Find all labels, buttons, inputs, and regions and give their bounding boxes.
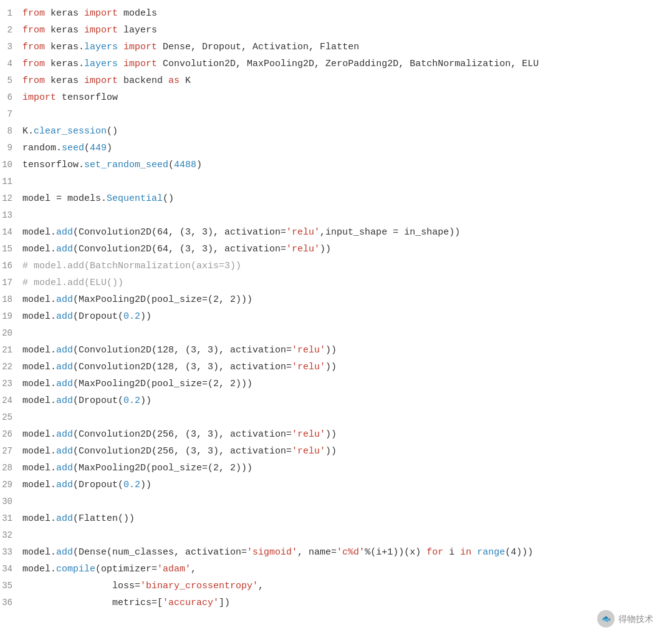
token-plain: model.	[22, 547, 56, 558]
code-text: model.compile(optimizer='adam',	[22, 561, 196, 578]
token-plain: metrics=[	[22, 598, 163, 608]
line-number: 14	[0, 224, 22, 241]
token-plain: (Dense(num_classes, activation=	[73, 547, 247, 558]
code-text: # model.add(ELU())	[22, 274, 123, 291]
line-number: 3	[0, 39, 22, 56]
token-plain: ()	[107, 126, 118, 137]
code-line: 35 loss='binary_crossentropy',	[0, 578, 672, 594]
code-line: 12model = models.Sequential()	[0, 190, 672, 207]
token-num-val: 0.2	[123, 311, 140, 322]
token-plain: ))	[325, 446, 337, 457]
token-plain	[118, 59, 123, 69]
code-line: 28model.add(MaxPooling2D(pool_size=(2, 2…	[0, 460, 672, 477]
code-line: 8K.clear_session()	[0, 123, 672, 140]
line-number: 36	[0, 594, 22, 611]
code-line: 25	[0, 409, 672, 426]
line-number: 9	[0, 140, 22, 157]
code-line: 3from keras.layers import Dense, Dropout…	[0, 39, 672, 56]
code-line: 33model.add(Dense(num_classes, activatio…	[0, 544, 672, 561]
code-line: 31model.add(Flatten())	[0, 510, 672, 527]
code-text: model.add(Dense(num_classes, activation=…	[22, 544, 533, 561]
line-number: 11	[0, 173, 22, 190]
code-text: metrics=['accuracy'])	[22, 594, 230, 611]
code-text: from keras import backend as K	[22, 72, 191, 89]
token-plain: model.	[22, 395, 56, 406]
token-plain: (4)))	[505, 547, 533, 558]
line-number: 21	[0, 342, 22, 359]
token-plain	[471, 547, 477, 558]
token-plain: (Dropout(	[73, 395, 123, 406]
token-plain: model.	[22, 513, 56, 524]
token-plain: Dense, Dropout, Activation, Flatten	[157, 42, 359, 52]
token-func-name: add	[56, 362, 73, 372]
code-text: tensorflow.set_random_seed(4488)	[22, 157, 202, 173]
token-kw-from: from	[22, 25, 45, 36]
token-plain: keras.	[45, 59, 84, 69]
code-line: 34model.compile(optimizer='adam',	[0, 561, 672, 578]
token-plain: tensorflow.	[22, 160, 84, 170]
token-func-name: add	[56, 244, 73, 255]
token-plain: model.	[22, 446, 56, 457]
token-func-name: clear_session	[34, 126, 107, 137]
code-line: 19model.add(Dropout(0.2))	[0, 308, 672, 325]
line-number: 24	[0, 392, 22, 409]
token-kw-import: import	[123, 42, 157, 52]
token-plain: (	[168, 160, 174, 170]
token-kw-from: from	[22, 75, 45, 86]
token-plain: (Flatten())	[73, 513, 135, 524]
token-num-val: 0.2	[123, 395, 140, 406]
line-number: 35	[0, 578, 22, 594]
code-text: from keras import models	[22, 5, 157, 22]
brand-watermark: 🐟得物技术	[597, 610, 653, 628]
token-plain: ])	[219, 598, 230, 608]
code-text: model.add(Convolution2D(256, (3, 3), act…	[22, 426, 337, 443]
token-kw-import: import	[84, 8, 118, 19]
token-str-val: 'sigmoid'	[247, 547, 297, 558]
token-comment: # model.add(ELU())	[22, 278, 123, 288]
code-text: model.add(Convolution2D(64, (3, 3), acti…	[22, 224, 460, 241]
code-line: 20	[0, 325, 672, 342]
line-number: 5	[0, 72, 22, 89]
code-line: 13	[0, 207, 672, 224]
token-func-name: layers	[84, 59, 118, 69]
token-plain: (Convolution2D(128, (3, 3), activation=	[73, 362, 292, 372]
token-str-val: 'binary_crossentropy'	[140, 581, 258, 591]
code-line: 15model.add(Convolution2D(64, (3, 3), ac…	[0, 241, 672, 258]
code-text: model.add(Dropout(0.2))	[22, 392, 151, 409]
code-line: 22model.add(Convolution2D(128, (3, 3), a…	[0, 359, 672, 376]
code-text	[22, 325, 28, 342]
code-line: 18model.add(MaxPooling2D(pool_size=(2, 2…	[0, 291, 672, 308]
code-line: 17# model.add(ELU())	[0, 274, 672, 291]
line-number: 20	[0, 325, 22, 342]
token-plain: model.	[22, 463, 56, 473]
token-func-name: add	[56, 513, 73, 524]
code-text: from keras.layers import Dense, Dropout,…	[22, 39, 359, 56]
line-number: 29	[0, 477, 22, 493]
code-text	[22, 173, 28, 190]
token-plain: )	[196, 160, 202, 170]
line-number: 16	[0, 258, 22, 274]
code-line: 1from keras import models	[0, 5, 672, 22]
code-text: model.add(Convolution2D(64, (3, 3), acti…	[22, 241, 331, 258]
line-number: 22	[0, 359, 22, 376]
code-text: model.add(MaxPooling2D(pool_size=(2, 2))…	[22, 376, 252, 392]
token-plain: ,	[191, 564, 196, 575]
token-func-name: set_random_seed	[84, 160, 168, 170]
line-number: 13	[0, 207, 22, 224]
token-plain: (Dropout(	[73, 311, 123, 322]
code-line: 9random.seed(449)	[0, 140, 672, 157]
line-number: 6	[0, 89, 22, 106]
line-number: 17	[0, 274, 22, 291]
token-func-name: add	[56, 311, 73, 322]
token-plain: (Convolution2D(64, (3, 3), activation=	[73, 244, 286, 255]
token-comment: # model.add(BatchNormalization(axis=3))	[22, 261, 241, 271]
line-number: 19	[0, 308, 22, 325]
code-text: model.add(Convolution2D(256, (3, 3), act…	[22, 443, 337, 460]
token-str-val: 'relu'	[286, 227, 320, 238]
token-plain: (	[84, 143, 90, 153]
line-number: 26	[0, 426, 22, 443]
line-number: 1	[0, 5, 22, 22]
token-plain: ))	[325, 429, 337, 440]
line-number: 10	[0, 157, 22, 173]
token-kw-import: import	[123, 59, 157, 69]
